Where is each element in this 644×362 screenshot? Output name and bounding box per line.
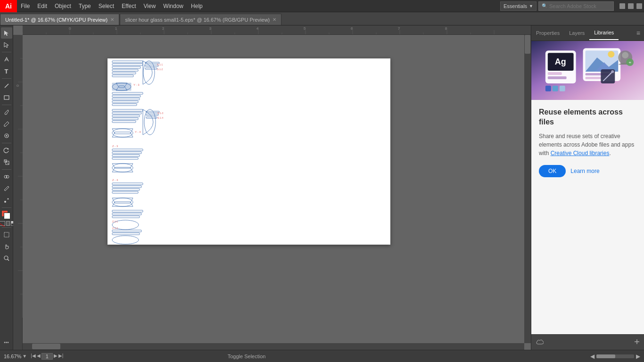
- svg-text:+: +: [628, 60, 631, 65]
- svg-rect-97: [112, 155, 140, 156]
- scrollbar-vertical[interactable]: [524, 35, 531, 343]
- svg-rect-119: [548, 72, 562, 75]
- progress-indicator: [596, 354, 634, 358]
- prev-page-button[interactable]: ◀: [37, 353, 41, 360]
- minimize-button[interactable]: [619, 3, 625, 9]
- svg-text:Y - 3: Y - 3: [133, 83, 140, 86]
- next-page-button[interactable]: ▶: [54, 353, 58, 360]
- menu-edit[interactable]: Edit: [33, 0, 51, 12]
- statusbar-right: ◀ ▶: [590, 353, 640, 360]
- menu-window[interactable]: Window: [159, 0, 187, 12]
- color-button[interactable]: [6, 221, 10, 226]
- arrow-right-icon[interactable]: ▶: [636, 353, 640, 360]
- svg-text:S-1-2: S-1-2: [157, 68, 163, 71]
- menu-items: File Edit Object Type Select Effect View…: [17, 0, 206, 12]
- popup-actions: OK Learn more: [539, 165, 636, 177]
- tab-layers[interactable]: Layers: [564, 26, 589, 40]
- svg-line-0: [5, 84, 8, 88]
- learn-more-button[interactable]: Learn more: [570, 168, 599, 174]
- search-box: 🔍: [538, 1, 614, 11]
- add-button[interactable]: [634, 338, 640, 346]
- scroll-thumb-horizontal[interactable]: [32, 344, 60, 349]
- svg-line-16: [8, 259, 9, 261]
- popup-body: Reuse elements across files Share and re…: [531, 100, 644, 334]
- none-fill-button[interactable]: [0, 221, 5, 226]
- panel-tab-menu-icon[interactable]: ≡: [633, 25, 644, 41]
- arrow-left-icon[interactable]: ◀: [590, 353, 594, 360]
- scroll-thumb-vertical[interactable]: [525, 35, 530, 54]
- svg-rect-72: [112, 98, 140, 100]
- svg-point-135: [622, 52, 628, 58]
- svg-rect-62: [112, 61, 143, 63]
- svg-rect-67: [112, 75, 133, 77]
- line-tool-button[interactable]: [1, 80, 12, 91]
- svg-text:3: 3: [209, 26, 212, 31]
- artboard-tool-button[interactable]: [1, 229, 12, 240]
- rectangle-tool-button[interactable]: [1, 92, 12, 103]
- zoom-dropdown-icon[interactable]: ▼: [22, 354, 27, 359]
- svg-rect-120: [548, 76, 567, 79]
- scale-tool-button[interactable]: [1, 156, 12, 168]
- menu-file[interactable]: File: [17, 0, 33, 12]
- svg-point-99: [112, 164, 133, 172]
- pen-tool-button[interactable]: [1, 54, 12, 65]
- selection-tool-button[interactable]: [1, 27, 12, 39]
- restore-button[interactable]: [628, 3, 634, 9]
- svg-rect-98: [112, 157, 138, 159]
- svg-rect-104: [112, 191, 138, 193]
- blend-tool-button[interactable]: [1, 195, 12, 206]
- menubar-right: Essentials ▼ 🔍: [500, 1, 644, 11]
- svg-rect-73: [112, 101, 138, 103]
- tab-libraries[interactable]: Libraries: [589, 26, 619, 40]
- zoom-tool-button[interactable]: [1, 253, 12, 264]
- paintbrush-tool-button[interactable]: [1, 107, 12, 118]
- popup-banner: Ag: [531, 41, 644, 100]
- eyedropper-tool-button[interactable]: [1, 183, 12, 194]
- svg-text:S-1-1: S-1-1: [157, 63, 163, 66]
- pencil-tool-button[interactable]: [1, 118, 12, 130]
- workspace-selector[interactable]: Essentials ▼: [500, 1, 537, 11]
- left-toolbar: T: [0, 25, 13, 350]
- svg-rect-108: [112, 216, 140, 218]
- page-number-input[interactable]: [41, 353, 53, 360]
- type-tool-button[interactable]: T: [1, 66, 12, 77]
- creative-cloud-link[interactable]: Creative Cloud libraries: [551, 150, 610, 156]
- libraries-popup: Ag: [531, 41, 644, 350]
- tab-hourglass-close-icon[interactable]: ✕: [272, 17, 276, 22]
- menu-object[interactable]: Object: [51, 0, 75, 12]
- ok-button[interactable]: OK: [539, 165, 566, 177]
- artboard-drawing: Y - 3: [107, 58, 221, 245]
- hand-tool-button[interactable]: [1, 241, 12, 252]
- rotate-tool-button[interactable]: [1, 145, 12, 156]
- shape-builder-tool-button[interactable]: [1, 171, 12, 182]
- tab-untitled-close-icon[interactable]: ✕: [110, 17, 114, 22]
- stroke-color-swatch[interactable]: [4, 213, 10, 219]
- svg-rect-89: [146, 114, 158, 115]
- popup-title: Reuse elements across files: [539, 107, 636, 127]
- menu-effect[interactable]: Effect: [118, 0, 140, 12]
- direct-selection-tool-button[interactable]: [1, 39, 12, 50]
- svg-rect-127: [586, 77, 602, 79]
- eraser-tool-button[interactable]: [1, 130, 12, 141]
- svg-rect-101: [112, 183, 143, 185]
- canvas-area[interactable]: 0 1 2 3 4 5: [13, 25, 531, 350]
- menu-type[interactable]: Type: [75, 0, 95, 12]
- menu-view[interactable]: View: [140, 0, 160, 12]
- last-page-button[interactable]: ▶|: [58, 353, 64, 360]
- menu-help[interactable]: Help: [187, 0, 206, 12]
- first-page-button[interactable]: |◀: [31, 353, 36, 360]
- svg-rect-74: [112, 104, 137, 106]
- scrollbar-horizontal[interactable]: [23, 343, 524, 350]
- svg-rect-102: [112, 186, 141, 188]
- tab-untitled[interactable]: Untitled-1* @ 16.67% (CMYK/GPU Preview) …: [0, 14, 119, 25]
- svg-text:Y - 4: Y - 4: [135, 131, 141, 133]
- search-input[interactable]: [549, 3, 611, 9]
- svg-rect-70: [112, 92, 143, 94]
- more-tools-button[interactable]: •••: [1, 337, 12, 348]
- menu-select[interactable]: Select: [95, 0, 118, 12]
- tab-properties[interactable]: Properties: [531, 26, 564, 40]
- svg-text:7: 7: [398, 26, 400, 31]
- close-button[interactable]: [636, 3, 642, 9]
- tab-hourglass[interactable]: slicer hour glass small1-5.eps* @ 16.67%…: [120, 14, 281, 25]
- svg-text:2: 2: [162, 26, 165, 31]
